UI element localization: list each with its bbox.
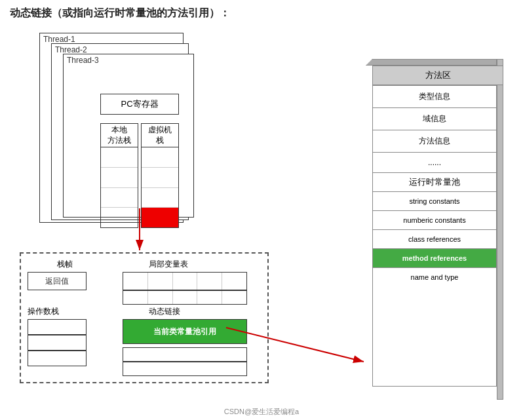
class-references-row: class references <box>373 230 496 249</box>
local-method-stack: 本地方法栈 <box>100 123 138 228</box>
method-info-row: 方法信息 <box>373 130 496 153</box>
local-cell-4 <box>101 208 138 227</box>
method-area-right-face <box>497 59 503 400</box>
thread-area: Thread-1 Thread-2 Thread-3 PC寄存器 本地方法栈 <box>39 33 210 236</box>
local-var-label: 局部变量表 <box>149 259 188 270</box>
op-row3 <box>28 351 87 366</box>
local-cell-1 <box>101 147 138 168</box>
string-constants-row: string constants <box>373 192 496 211</box>
local-cell-2 <box>101 168 138 188</box>
method-area-header: 方法区 <box>372 66 503 85</box>
stack-columns: 本地方法栈 虚拟机栈 <box>100 123 179 228</box>
vm-cell-1 <box>142 147 178 168</box>
ellipsis-row: ...... <box>373 153 496 173</box>
return-box: 返回值 <box>28 272 87 290</box>
page-title: 动态链接（或指向运行时常量池的方法引用）： <box>10 7 513 20</box>
numeric-constants-row: numberic constants <box>373 211 496 230</box>
name-and-type-row: name and type <box>373 268 496 286</box>
method-area-top-slant <box>366 59 497 66</box>
method-area: 方法区 类型信息 域信息 方法信息 ...... 运行时常量池 <box>366 66 503 387</box>
local-var-grid <box>123 272 247 290</box>
method-area-body: 类型信息 域信息 方法信息 ...... 运行时常量池 string const… <box>372 85 497 387</box>
field-info-row: 域信息 <box>373 108 496 130</box>
thread3-box: Thread-3 PC寄存器 本地方法栈 虚拟机栈 <box>63 54 194 218</box>
type-info-row: 类型信息 <box>373 86 496 108</box>
vm-cell-2 <box>142 168 178 188</box>
thread3-label: Thread-3 <box>64 54 193 66</box>
op-row1 <box>28 319 87 335</box>
local-method-header: 本地方法栈 <box>101 124 138 147</box>
operand-label: 操作数栈 <box>28 306 59 317</box>
op-row2 <box>28 335 87 351</box>
frame-label: 栈帧 <box>57 259 73 270</box>
local-cell-3 <box>101 188 138 208</box>
dyn-row3 <box>123 362 247 376</box>
dynamic-link-label: 动态链接 <box>149 306 180 317</box>
vm-stack: 虚拟机栈 <box>141 123 179 228</box>
dyn-row2 <box>123 347 247 362</box>
method-references-row: method references <box>373 249 496 268</box>
pc-register: PC寄存器 <box>100 94 179 115</box>
watermark: CSDN@爱生活爱编程a <box>224 407 299 417</box>
vm-cell-red <box>142 208 178 227</box>
runtime-pool-label: 运行时常量池 <box>373 173 496 192</box>
vm-stack-header: 虚拟机栈 <box>142 124 178 147</box>
dashed-frame: 栈帧 返回值 局部变量表 操作数栈 动态链接 <box>20 252 269 383</box>
current-class-box: 当前类常量池引用 <box>123 319 247 344</box>
vm-cell-3 <box>142 188 178 208</box>
local-var-grid-2 <box>123 290 247 305</box>
